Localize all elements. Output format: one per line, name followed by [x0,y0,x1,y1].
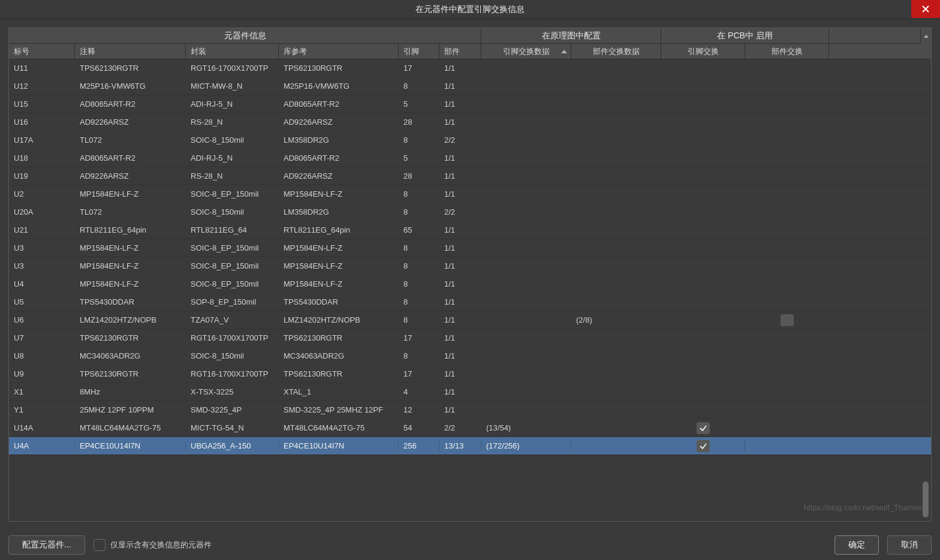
sort-ascending-icon [561,50,567,53]
cell-comment: AD8065ART-R2 [75,100,186,109]
group-header-row: 元器件信息 在原理图中配置 在 PCB中 启用 [9,28,931,44]
cell-comment: MP1584EN-LF-Z [75,189,186,198]
cell-parts: 13/13 [439,441,481,450]
cancel-button[interactable]: 取消 [887,535,932,555]
configure-components-button[interactable]: 配置元器件... [8,535,85,555]
table-row[interactable]: U8MC34063ADR2GSOIC-8_150milMC34063ADR2G8… [9,347,931,365]
table-row[interactable]: U4MP1584EN-LF-ZSOIC-8_EP_150milMP1584EN-… [9,275,931,293]
checkbox-empty[interactable] [781,314,794,326]
cell-designator: U3 [9,243,75,252]
check-icon[interactable] [697,440,710,452]
table-row[interactable]: Y125MHZ 12PF 10PPMSMD-3225_4PSMD-3225_4P… [9,401,931,419]
col-comment[interactable]: 注释 [75,44,186,59]
table-row[interactable]: U11TPS62130RGTRRGT16-1700X1700TPTPS62130… [9,59,931,77]
cell-footprint: SOIC-8_EP_150mil [186,189,279,198]
col-footprint[interactable]: 封装 [186,44,279,59]
cell-footprint: SOIC-8_EP_150mil [186,243,279,252]
cell-comment: MP1584EN-LF-Z [75,261,186,270]
cell-pins: 4 [399,387,439,396]
cell-pins: 65 [399,225,439,234]
cell-footprint: RGT16-1700X1700TP [186,369,279,378]
cell-designator: U5 [9,297,75,306]
cell-library-ref: TPS62130RGTR [279,64,399,73]
col-part-swap[interactable]: 部件交换 [745,44,829,59]
table-row[interactable]: U20ATL072SOIC-8_150milLM358DR2G82/2 [9,203,931,221]
col-pin-swap[interactable]: 引脚交换 [661,44,745,59]
cell-pins: 5 [399,153,439,162]
ok-button[interactable]: 确定 [834,535,879,555]
col-library-ref[interactable]: 库参考 [279,44,399,59]
table-row[interactable]: U5TPS5430DDARSOP-8_EP_150milTPS5430DDAR8… [9,293,931,311]
component-table: 元器件信息 在原理图中配置 在 PCB中 启用 标号 注释 封装 库参考 引脚 … [8,28,932,522]
scrollbar-thumb[interactable] [923,481,929,517]
table-row[interactable]: U4AEP4CE10U14I7NUBGA256_A-150EP4CE10U14I… [9,437,931,455]
cell-pin-swap-data: (172/256) [481,441,571,450]
cell-designator: U6 [9,315,75,324]
cell-library-ref: LM358DR2G [279,136,399,144]
cell-footprint: SOIC-8_150mil [186,136,279,144]
group-schematic-config[interactable]: 在原理图中配置 [481,28,661,43]
cell-parts: 2/2 [439,207,481,216]
scroll-top-button[interactable] [920,28,931,44]
cell-library-ref: EP4CE10U14I7N [279,441,399,450]
table-row[interactable]: U16AD9226ARSZRS-28_NAD9226ARSZ281/1 [9,113,931,131]
table-row[interactable]: U15AD8065ART-R2ADI-RJ-5_NAD8065ART-R251/… [9,95,931,113]
group-component-info[interactable]: 元器件信息 [9,28,481,43]
cell-comment: TPS62130RGTR [75,64,186,73]
group-pcb-enable[interactable]: 在 PCB中 启用 [661,28,829,43]
table-row[interactable]: U21RTL8211EG_64pinRTL8211EG_64RTL8211EG_… [9,221,931,239]
table-row[interactable]: U3MP1584EN-LF-ZSOIC-8_EP_150milMP1584EN-… [9,239,931,257]
table-row[interactable]: U18AD8065ART-R2ADI-RJ-5_NAD8065ART-R251/… [9,149,931,167]
table-row[interactable]: U9TPS62130RGTRRGT16-1700X1700TPTPS62130R… [9,365,931,383]
titlebar: 在元器件中配置引脚交换信息 [0,0,940,19]
table-row[interactable]: U2MP1584EN-LF-ZSOIC-8_EP_150milMP1584EN-… [9,185,931,203]
col-designator[interactable]: 标号 [9,44,75,59]
cell-parts: 1/1 [439,153,481,162]
cell-pins: 8 [399,82,439,91]
cell-designator: U18 [9,153,75,162]
cell-designator: U8 [9,351,75,360]
cell-parts: 2/2 [439,423,481,432]
cell-comment: 8MHz [75,387,186,396]
watermark-text: https://blog.csdn.net/wulf_Thames [804,503,922,512]
vertical-scrollbar[interactable] [921,59,930,520]
cell-designator: U16 [9,118,75,127]
cell-designator: U3 [9,261,75,270]
table-row[interactable]: U6LMZ14202HTZ/NOPBTZA07A_VLMZ14202HTZ/NO… [9,311,931,329]
cell-library-ref: RTL8211EG_64pin [279,225,399,234]
cell-library-ref: M25P16-VMW6TG [279,82,399,91]
table-row[interactable]: U19AD9226ARSZRS-28_NAD9226ARSZ281/1 [9,167,931,185]
cell-footprint: SOIC-8_150mil [186,351,279,360]
cell-designator: U11 [9,64,75,73]
show-only-swap-checkbox[interactable] [94,539,106,551]
col-pin-swap-data[interactable]: 引脚交换数据 [481,44,571,59]
table-row[interactable]: U7TPS62130RGTRRGT16-1700X1700TPTPS62130R… [9,329,931,347]
table-row[interactable]: U14AMT48LC64M4A2TG-75MICT-TG-54_NMT48LC6… [9,419,931,437]
cell-designator: U9 [9,369,75,378]
cell-footprint: RS-28_N [186,171,279,180]
cell-pins: 8 [399,136,439,144]
cell-comment: MC34063ADR2G [75,351,186,360]
cell-pins: 8 [399,243,439,252]
cell-library-ref: MP1584EN-LF-Z [279,243,399,252]
table-row[interactable]: U12M25P16-VMW6TGMICT-MW-8_NM25P16-VMW6TG… [9,77,931,95]
col-part-swap-data[interactable]: 部件交换数据 [571,44,661,59]
cell-library-ref: MP1584EN-LF-Z [279,261,399,270]
cell-designator: U7 [9,333,75,342]
table-row[interactable]: U3MP1584EN-LF-ZSOIC-8_EP_150milMP1584EN-… [9,257,931,275]
table-row[interactable]: U17ATL072SOIC-8_150milLM358DR2G82/2 [9,131,931,149]
cell-library-ref: TPS5430DDAR [279,297,399,306]
cell-pins: 28 [399,118,439,127]
table-row[interactable]: X18MHzX-TSX-3225XTAL_141/1 [9,383,931,401]
close-button[interactable] [911,0,940,18]
col-pins[interactable]: 引脚 [399,44,439,59]
cell-parts: 1/1 [439,387,481,396]
col-parts[interactable]: 部件 [439,44,481,59]
cell-footprint: SOIC-8_EP_150mil [186,261,279,270]
cell-library-ref: AD9226ARSZ [279,118,399,127]
column-header-row: 标号 注释 封装 库参考 引脚 部件 引脚交换数据 部件交换数据 引脚交换 部件… [9,44,931,59]
cell-footprint: SOIC-8_150mil [186,207,279,216]
cell-part-swap-data: (2/8) [571,315,661,324]
footer-bar: 配置元器件... 仅显示含有交换信息的元器件 确定 取消 [0,530,940,560]
check-icon[interactable] [697,422,710,434]
